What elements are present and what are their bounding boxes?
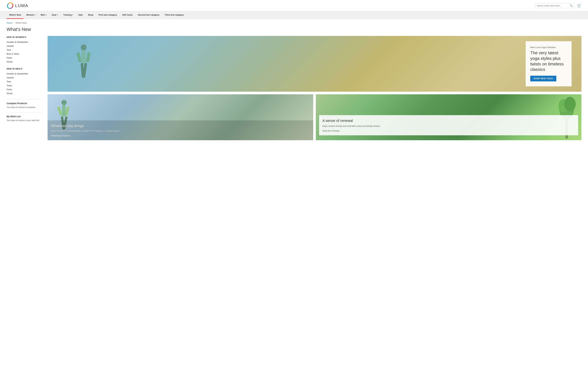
list-item: Jackets (7, 44, 43, 48)
list-item: Bras & Tanks (7, 52, 43, 56)
cart-icon[interactable]: 🛒 (577, 3, 581, 8)
list-item: Jackets (7, 76, 43, 80)
nav-item-sale[interactable]: Sale (76, 11, 85, 19)
banner-right-text: Enjoy comfort of body and mind with Luma… (322, 125, 575, 128)
banner-left-content: Whatever day brings Luma Cocona™ for bre… (48, 120, 313, 140)
list-item: Tees (7, 80, 43, 83)
svg-point-16 (564, 97, 576, 112)
banner-left-title: Whatever day brings (51, 124, 310, 128)
chevron-down-icon: ▾ (35, 14, 35, 16)
svg-rect-3 (76, 52, 82, 62)
hero-banner: New Luma Yoga Collection The very latest… (48, 36, 581, 92)
search-input[interactable] (537, 4, 568, 7)
nav-item-training[interactable]: Training▾ (61, 11, 76, 19)
hero-figure (69, 41, 98, 92)
wishlist-widget: My Wish List You have no items in your w… (7, 112, 43, 122)
header-right: 🔍 🛒 (535, 3, 581, 8)
banner-left-text: Luma Cocona™ for breathability, CoolTech… (51, 130, 310, 133)
women-section: NEW IN WOMEN'S Hoodies & SweatshirtsJack… (7, 36, 43, 64)
women-links: Hoodies & SweatshirtsJacketsTeesBras & T… (7, 40, 43, 64)
nav-item-second-test-category[interactable]: Second test category (135, 11, 162, 19)
svg-rect-4 (86, 52, 91, 62)
sidebar-link[interactable]: Jackets (7, 45, 14, 47)
nav-item-first-test-category[interactable]: First test category (96, 11, 120, 19)
men-section-title: NEW IN MEN'S (7, 68, 43, 70)
banner-right: A sense of renewal Enjoy comfort of body… (316, 94, 581, 140)
breadcrumb-home[interactable]: Home (7, 22, 12, 24)
list-item: Hoodies & Sweatshirts (7, 72, 43, 76)
site-header: LUMA 🔍 🛒 (0, 0, 588, 11)
sidebar-link[interactable]: Pants (7, 57, 12, 59)
hero-title: The very latest yoga styles plus twists … (530, 50, 567, 72)
sidebar-link[interactable]: Hoodies & Sweatshirts (7, 41, 28, 43)
compare-widget: Compare Products You have no items to co… (7, 99, 43, 108)
men-links: Hoodies & SweatshirtsJacketsTeesTanksPan… (7, 72, 43, 95)
men-section: NEW IN MEN'S Hoodies & SweatshirtsJacket… (7, 68, 43, 95)
main-nav: What's NewWomen▾Men▾Gear▾Training▾SaleSh… (0, 11, 588, 19)
luma-logo-icon (7, 2, 14, 9)
list-item: Hoodies & Sweatshirts (7, 40, 43, 44)
banner-left: Whatever day brings Luma Cocona™ for bre… (48, 94, 313, 140)
compare-title: Compare Products (7, 102, 43, 105)
shop-new-yoga-button[interactable]: Shop New Yoga (530, 76, 556, 82)
breadcrumb: Home › What's New (0, 19, 588, 25)
nav-item-women[interactable]: Women▾ (24, 11, 38, 19)
svg-rect-9 (57, 106, 63, 116)
chevron-down-icon: ▾ (72, 14, 73, 16)
list-item: Pants (7, 56, 43, 60)
list-item: Pants (7, 87, 43, 91)
nav-item-shop[interactable]: Shop (85, 11, 96, 19)
chevron-down-icon: ▾ (57, 14, 58, 16)
nav-item-gear[interactable]: Gear▾ (49, 11, 61, 19)
nav-item-what's-new[interactable]: What's New (7, 11, 24, 19)
shop-eco-friendly-link[interactable]: Shop Eco Friendly › (322, 130, 575, 132)
main-content: NEW IN WOMEN'S Hoodies & SweatshirtsJack… (0, 36, 588, 147)
wishlist-text: You have no items in your wish list. (7, 119, 43, 122)
svg-point-1 (81, 44, 87, 50)
sidebar-link[interactable]: Bras & Tanks (7, 53, 19, 55)
nav-item-third-test-category[interactable]: Third test category (162, 11, 187, 19)
sidebar: NEW IN WOMEN'S Hoodies & SweatshirtsJack… (7, 36, 43, 140)
performance-fabrics-link[interactable]: Performance Fabrics › (51, 135, 310, 137)
list-item: Tanks (7, 83, 43, 87)
search-icon: 🔍 (570, 4, 573, 7)
hero-subtitle: New Luma Yoga Collection (530, 46, 567, 49)
compare-text: You have no items to compare. (7, 106, 43, 108)
sidebar-link[interactable]: Jackets (7, 76, 14, 79)
list-item: Shorts (7, 91, 43, 95)
sidebar-link[interactable]: Shorts (7, 92, 13, 95)
list-item: Shorts (7, 60, 43, 64)
women-section-title: NEW IN WOMEN'S (7, 36, 43, 38)
search-box[interactable]: 🔍 (535, 3, 574, 8)
sidebar-link[interactable]: Shorts (7, 61, 13, 63)
logo-area[interactable]: LUMA (7, 2, 28, 9)
nav-item-men[interactable]: Men▾ (38, 11, 49, 19)
banner-right-title: A sense of renewal (322, 118, 575, 123)
breadcrumb-current: What's New (16, 22, 27, 24)
sidebar-link[interactable]: Tees (7, 80, 11, 83)
chevron-down-icon: ▾ (46, 14, 46, 16)
sidebar-link[interactable]: Pants (7, 88, 12, 91)
sidebar-link[interactable]: Tees (7, 49, 11, 51)
list-item: Tees (7, 48, 43, 52)
banner-right-content: A sense of renewal Enjoy comfort of body… (319, 115, 578, 135)
svg-rect-2 (82, 50, 86, 63)
content-area: New Luma Yoga Collection The very latest… (48, 36, 581, 140)
brand-name: LUMA (15, 3, 28, 8)
sidebar-link[interactable]: Hoodies & Sweatshirts (7, 72, 28, 75)
page-title: What's New (0, 25, 588, 36)
nav-item-gift-cards[interactable]: Gift Cards (120, 11, 135, 19)
wishlist-title: My Wish List (7, 115, 43, 118)
svg-point-7 (61, 100, 67, 105)
breadcrumb-separator: › (14, 22, 14, 24)
hero-overlay: New Luma Yoga Collection The very latest… (526, 41, 572, 86)
sidebar-link[interactable]: Tanks (7, 84, 12, 87)
banners-row: Whatever day brings Luma Cocona™ for bre… (48, 94, 581, 140)
